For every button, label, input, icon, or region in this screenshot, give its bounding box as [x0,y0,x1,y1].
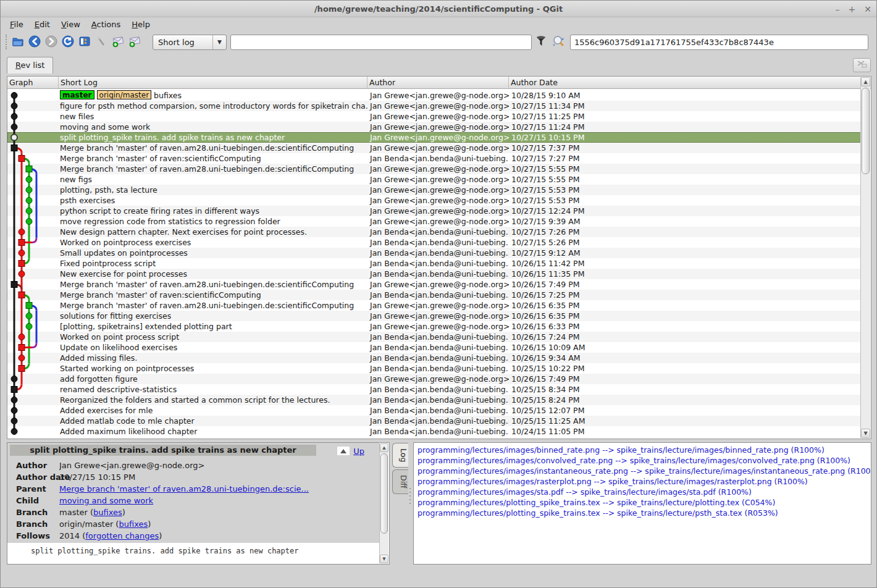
details-fields: AuthorJan Grewe<jan.grewe@g-node.org>Aut… [7,460,377,542]
scroll-up-icon[interactable]: ▲ [861,77,870,86]
menu-actions[interactable]: Actions [86,17,127,32]
field-link[interactable]: bufixes [119,519,148,529]
short-log-cell: new files [59,111,367,122]
search-input[interactable] [230,35,532,50]
menu-file[interactable]: File [4,17,29,32]
rev-row[interactable]: split plotting_spike trains. add spike t… [7,132,861,143]
rev-row[interactable]: Fixed pointprocess scriptJan Benda<jan.b… [7,258,861,269]
rev-row[interactable]: move regression code from statistics to … [7,216,861,227]
rev-row[interactable]: Added matlab code to mle chapterJan Bend… [7,416,861,426]
details-scroll-down-icon[interactable]: ▼ [380,555,388,563]
rev-row[interactable]: plotting, psth, sta lectureJan Grewe<jan… [7,185,861,195]
rev-row[interactable]: Added missing files.Jan Benda<jan.benda@… [7,353,861,363]
graph-cell [7,174,59,185]
scrollbar-thumb[interactable] [862,88,870,174]
rev-row[interactable]: Worked on pointprocess exercisesJan Bend… [7,237,861,248]
rev-row[interactable]: new figsJan Grewe<jan.grewe@g-node.org>1… [7,174,861,185]
tab-corner-button[interactable] [853,58,871,72]
field-link[interactable]: Merge branch 'master' of raven.am28.uni-… [59,484,309,494]
rev-row[interactable]: solutions for fitting exercisesJan Grewe… [7,311,861,321]
graph-cell [7,405,59,416]
tab-rev-list[interactable]: Rev list [7,57,53,74]
open-folder-icon [11,35,25,50]
menu-help[interactable]: Help [126,17,156,32]
rev-row[interactable]: Added maximum likelihood chapterJan Bend… [7,426,861,437]
rev-row[interactable]: moving and some workJan Grewe<jan.grewe@… [7,122,861,132]
rev-row[interactable]: New design pattern chapter. Next exercis… [7,227,861,237]
rev-row[interactable]: renamed descriptive-statisticsJan Benda<… [7,384,861,395]
refresh-button[interactable] [59,34,76,51]
menu-view[interactable]: View [56,17,86,32]
wand-button[interactable] [93,34,109,51]
rev-row[interactable]: Merge branch 'master' of raven.am28.uni-… [7,279,861,290]
file-list-item[interactable]: programming/lectures/images/instantaneou… [414,466,871,476]
column-header-author[interactable]: Author [367,77,509,88]
up-arrow-icon[interactable] [337,446,350,456]
forward-button[interactable] [43,34,59,51]
graph-cell [7,185,59,195]
sha-input[interactable] [570,35,868,50]
rev-row[interactable]: python script to create firing rates in … [7,206,861,216]
scroll-down-icon[interactable]: ▼ [861,429,870,438]
rev-row[interactable]: New exercise for point processesJan Bend… [7,269,861,279]
open-repository-button[interactable] [9,34,26,51]
menu-edit[interactable]: Edit [29,17,56,32]
field-label: Follows [7,530,59,542]
up-link[interactable]: Up [353,447,364,456]
highlight-search-button[interactable] [550,34,566,51]
file-list-item[interactable]: programming/lectures/images/rasterplot.p… [414,476,871,487]
apply-patch-button[interactable] [126,34,143,51]
details-scroll-up-icon[interactable]: ▲ [380,443,388,452]
field-link[interactable]: moving and some work [59,496,153,505]
field-value: Jan Grewe<jan.grewe@g-node.org> [59,460,377,471]
rev-row[interactable]: new filesJan Grewe<jan.grewe@g-node.org>… [7,111,861,122]
file-list-item[interactable]: programming/lectures/plotting_spike_trai… [414,497,871,508]
rev-row[interactable]: Small updates on pointprocessesJan Benda… [7,248,861,258]
rev-row[interactable]: Reorganized the folders and started a co… [7,395,861,405]
rev-row[interactable]: figure for psth method comparsion, some … [7,101,861,111]
save-patch-button[interactable] [109,34,126,51]
details-scrollbar[interactable]: ▲ ▼ [379,443,388,563]
filter-button[interactable] [533,34,549,51]
author-cell: Jan Benda<jan.benda@uni-tuebing... [367,353,509,363]
forward-icon [44,35,58,50]
file-list-item[interactable]: programming/lectures/images/binned_rate.… [414,445,871,455]
short-log-cell: psth exercises [59,195,367,206]
close-button[interactable]: ✕ [864,5,871,14]
rev-row[interactable]: Merge branch 'master' of raven.am28.uni-… [7,164,861,174]
tab-log[interactable]: Log [392,443,408,468]
author-cell: Jan Grewe<jan.grewe@g-node.org> [367,374,509,384]
column-header-graph[interactable]: Graph [7,77,59,88]
rev-row[interactable]: Merge branch 'master' of raven.am28.uni-… [7,143,861,153]
rev-row[interactable]: Merge branch 'master' of raven:scientifi… [7,153,861,164]
maximize-button[interactable]: + [849,5,856,14]
rev-row[interactable]: Update on likelihood exercisesJan Benda<… [7,342,861,353]
rev-list-scrollbar[interactable]: ▲ ▼ [860,77,870,438]
tab-diff[interactable]: Diff [392,469,408,494]
file-list-item[interactable]: programming/lectures/plotting_spike_trai… [414,508,871,518]
title-bar[interactable]: /home/grewe/teaching/2014/scientificComp… [1,1,876,17]
details-scrollbar-thumb[interactable] [380,453,388,534]
log-view-select[interactable]: Short log ▼ [153,35,227,50]
column-header-author-date[interactable]: Author Date [509,77,871,88]
file-list-item[interactable]: programming/lectures/images/convolved_ra… [414,455,871,466]
short-log-cell: Worked on point process script [59,332,367,342]
up-control[interactable]: Up [337,446,364,456]
rev-row[interactable]: Merge branch 'master' of raven.am28.uni-… [7,300,861,311]
rev-row[interactable]: Started working on pointprocessesJan Ben… [7,363,861,374]
rev-row[interactable]: Worked on point process scriptJan Benda<… [7,332,861,342]
field-link[interactable]: forgotten changes [85,531,159,540]
back-button[interactable] [26,34,43,51]
rev-row[interactable]: psth exercisesJan Grewe<jan.grewe@g-node… [7,195,861,206]
minimize-button[interactable]: – [836,5,840,14]
rev-row[interactable]: [plotting, spiketrains] extended plottin… [7,321,861,332]
rev-row[interactable]: Added exercises for mleJan Benda<jan.ben… [7,405,861,416]
view-toggle-button[interactable] [76,34,93,51]
rev-row[interactable]: Merge branch 'master' of raven:scientifi… [7,290,861,300]
splitter-handle[interactable] [409,488,411,504]
file-list-item[interactable]: programming/lectures/images/sta.pdf --> … [414,487,871,497]
rev-row[interactable]: add forgotten figureJan Grewe<jan.grewe@… [7,374,861,384]
rev-row[interactable]: masterorigin/masterbufixesJan Grewe<jan.… [7,90,861,101]
column-header-short-log[interactable]: Short Log [59,77,367,88]
field-link[interactable]: bufixes [93,508,122,517]
